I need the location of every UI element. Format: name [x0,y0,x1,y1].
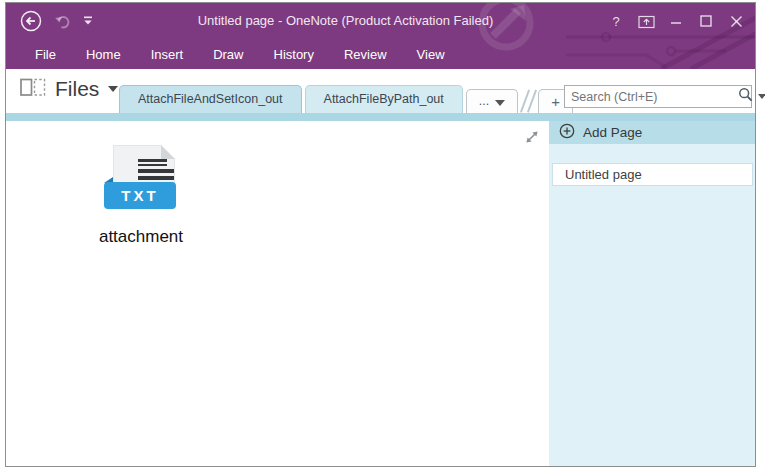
onenote-window: Untitled page - OneNote (Product Activat… [5,2,756,467]
window-controls: ? [601,3,751,39]
menu-view[interactable]: View [402,41,460,68]
title-bar: Untitled page - OneNote (Product Activat… [6,3,755,39]
notebook-dropdown[interactable]: Files [20,77,118,101]
maximize-button[interactable] [691,8,721,34]
menu-insert[interactable]: Insert [136,41,199,68]
search-icon [738,87,753,106]
screenshot-stage: Untitled page - OneNote (Product Activat… [0,0,765,474]
section-tab-attachfileandseticon-out[interactable]: AttachFileAndSetIcon_out [119,85,302,113]
section-tab-label: AttachFileByPath_out [324,92,444,106]
minimize-button[interactable] [661,8,691,34]
file-type-banner: TXT [104,182,176,209]
window-header: Untitled page - OneNote (Product Activat… [6,3,755,69]
navigation-bar: Files AttachFileAndSetIcon_out AttachFil… [6,69,755,113]
menu-bar: File Home Insert Draw History Review Vie… [6,39,755,69]
chevron-down-icon [495,100,505,106]
ribbon-display-options-button[interactable] [631,8,661,34]
attachment-label: attachment [76,227,206,247]
attachment-item[interactable]: TXT attachment [76,145,206,247]
menu-review[interactable]: Review [329,41,402,68]
back-button[interactable] [20,10,42,32]
menu-history[interactable]: History [259,41,329,68]
section-tab-label: AttachFileAndSetIcon_out [138,92,283,106]
page-panel: Add Page Untitled page [549,121,755,466]
search-box[interactable] [564,85,752,108]
txt-file-icon: TXT [102,145,180,211]
page-canvas[interactable]: TXT attachment [6,121,549,466]
search-scope-dropdown-icon[interactable] [758,94,765,99]
close-button[interactable] [721,8,751,34]
undo-button[interactable] [54,13,71,29]
menu-draw[interactable]: Draw [198,41,258,68]
section-overflow-tab[interactable]: ... [466,89,518,113]
section-tabs: AttachFileAndSetIcon_out AttachFileByPat… [119,85,576,113]
content-area: TXT attachment Add Page Un [6,121,755,466]
window-title: Untitled page - OneNote (Product Activat… [136,3,555,39]
help-button[interactable]: ? [601,8,631,34]
plus-icon: + [551,90,560,113]
tab-separator [524,87,532,113]
quick-access-toolbar [20,8,93,34]
overflow-ellipsis: ... [479,90,489,113]
chevron-down-icon [108,86,118,92]
menu-file[interactable]: File [20,41,71,68]
full-page-view-icon[interactable] [522,127,542,147]
menu-home[interactable]: Home [71,41,136,68]
add-page-button[interactable]: Add Page [549,121,755,144]
page-item-untitled[interactable]: Untitled page [552,163,753,186]
search-input[interactable] [565,90,738,104]
section-tab-attachfilebypath-out[interactable]: AttachFileByPath_out [305,85,463,113]
page-fold [161,145,175,159]
add-page-label: Add Page [583,125,642,140]
add-page-icon [559,123,575,142]
customize-quick-access-toolbar-icon[interactable] [83,16,93,26]
notebook-name: Files [55,77,99,101]
section-color-strip [6,113,755,121]
notebook-icon [20,78,46,101]
